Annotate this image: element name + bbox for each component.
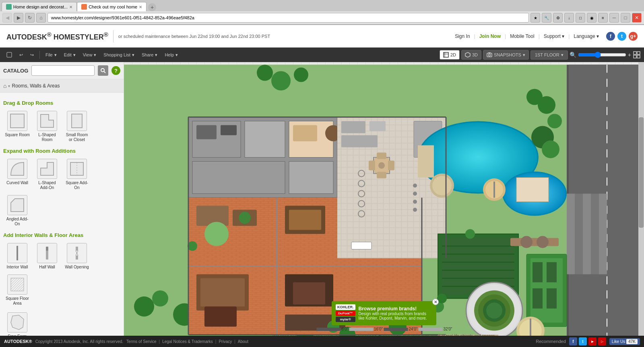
minimize-button[interactable]: ─ xyxy=(609,13,619,23)
undo-button[interactable]: ↩ xyxy=(16,51,26,59)
terms-link[interactable]: Terms of Service xyxy=(126,339,156,344)
catalog-search-input[interactable] xyxy=(31,65,95,76)
ext-icon-2[interactable]: ⚙ xyxy=(553,13,563,23)
edit-menu[interactable]: Edit ▾ xyxy=(61,51,79,59)
half-wall-item[interactable]: Half Wall xyxy=(33,241,61,271)
angled-add-item[interactable]: Angled Add-On xyxy=(3,193,31,228)
svg-line-12 xyxy=(104,71,105,73)
floor-selector[interactable]: 1ST FLOOR ▾ xyxy=(530,50,568,60)
tab-1-label: Home design and decorat... xyxy=(13,4,68,9)
menu-button[interactable]: ≡ xyxy=(598,13,608,23)
zoom-in-icon[interactable]: + xyxy=(628,52,631,58)
catalog-help-button[interactable]: ? xyxy=(111,66,120,75)
footer-yt2-icon[interactable]: ▷ xyxy=(598,337,606,345)
forward-button[interactable]: ▶ xyxy=(14,13,23,23)
shopping-list-menu[interactable]: Shopping List ▾ xyxy=(100,51,138,59)
l-shaped-room-item[interactable]: L-Shaped Room xyxy=(33,109,61,144)
view-3d-button[interactable]: 3D xyxy=(461,50,481,60)
twitter-icon[interactable]: t xyxy=(617,32,626,41)
toolbar-sep-1 xyxy=(39,51,40,59)
tab-1[interactable]: Home design and decorat... ✕ xyxy=(2,2,77,11)
bookmark-icon[interactable]: ★ xyxy=(530,13,540,23)
square-room-shape xyxy=(10,114,25,128)
address-input[interactable] xyxy=(47,13,529,23)
canvas-area[interactable]: 8'0" 16'0" 24'0" 32'0" and other feature… xyxy=(124,62,644,347)
language-link[interactable]: Language ▾ xyxy=(574,33,599,39)
home-icon: ⌂ xyxy=(3,83,6,89)
scale-seg-4 xyxy=(418,328,442,331)
footer-yt-icon[interactable]: ▶ xyxy=(588,337,597,345)
svg-point-43 xyxy=(152,291,168,307)
square-room-icon xyxy=(7,111,27,131)
square-floor-item[interactable]: Square Floor Area xyxy=(3,273,31,308)
close-button[interactable]: ✕ xyxy=(632,13,642,23)
wall-opening-item[interactable]: Wall Opening xyxy=(63,241,91,271)
maximize-button[interactable]: □ xyxy=(621,13,630,23)
privacy-link[interactable]: Privacy xyxy=(219,339,232,344)
scrollbar-thumb[interactable] xyxy=(639,117,644,228)
svg-marker-13 xyxy=(41,114,54,127)
view-2d-button[interactable]: 2D xyxy=(440,50,460,60)
ext-icon-5[interactable]: ◉ xyxy=(587,13,597,23)
new-tab-button[interactable]: + xyxy=(148,3,156,11)
help-menu[interactable]: Help ▾ xyxy=(161,51,181,59)
redo-button[interactable]: ↪ xyxy=(27,51,37,59)
like-button[interactable]: Like Us 47K xyxy=(609,338,640,345)
tab-1-close[interactable]: ✕ xyxy=(69,5,72,9)
address-bar-row: ◀ ▶ ↻ ⌂ ★ 🔧 ⚙ ↓ □ ◉ ≡ ─ □ ✕ xyxy=(0,11,644,25)
snapshots-button[interactable]: SNAPSHOTS ▾ xyxy=(483,50,529,60)
googleplus-icon[interactable]: g+ xyxy=(629,32,638,41)
expand-icon[interactable] xyxy=(633,51,641,59)
facebook-icon[interactable]: f xyxy=(606,32,615,41)
half-wall-label: Half Wall xyxy=(39,265,55,270)
about-link[interactable]: About xyxy=(238,339,248,344)
svg-rect-94 xyxy=(377,172,386,179)
svg-point-132 xyxy=(486,303,502,319)
square-room-item[interactable]: Square Room xyxy=(3,109,31,144)
svg-rect-6 xyxy=(488,52,491,53)
svg-rect-7 xyxy=(634,52,636,54)
scale-label-4: 32'0" xyxy=(443,327,452,331)
join-now-link[interactable]: Join Now xyxy=(479,33,501,39)
scale-seg-1 xyxy=(316,328,341,331)
reload-button[interactable]: ↻ xyxy=(25,13,35,23)
catalog-search-button[interactable] xyxy=(98,65,108,76)
legal-link[interactable]: Legal Notices & Trademarks xyxy=(162,339,213,344)
back-button[interactable]: ◀ xyxy=(2,13,12,23)
zoom-out-icon[interactable]: 🔍 xyxy=(570,52,576,58)
ext-icon-4[interactable]: □ xyxy=(576,13,585,23)
home-button[interactable]: ⌂ xyxy=(36,13,46,23)
toolbar: ↩ ↪ File ▾ Edit ▾ View ▾ Shopping List ▾… xyxy=(0,48,644,62)
mobile-tool-link[interactable]: Mobile Tool xyxy=(510,33,534,39)
interior-wall-item[interactable]: Interior Wall xyxy=(3,241,31,271)
l-shaped-add-label: L-Shaped Add-On xyxy=(35,181,60,190)
small-room-label: Small Room or Closet xyxy=(64,133,89,142)
svg-rect-144 xyxy=(599,194,607,274)
ad-close-button[interactable]: ✕ xyxy=(432,299,439,305)
share-menu[interactable]: Share ▾ xyxy=(138,51,161,59)
canvas-scrollbar[interactable] xyxy=(638,62,644,338)
nav-breadcrumb[interactable]: ⌂ ▾ Rooms, Walls & Areas xyxy=(0,79,124,93)
view-menu[interactable]: View ▾ xyxy=(80,51,100,59)
header-separator xyxy=(113,30,114,42)
svg-rect-19 xyxy=(46,247,48,251)
zoom-slider[interactable] xyxy=(578,51,626,59)
footer-fb-icon[interactable]: f xyxy=(569,337,577,345)
tab-2-close[interactable]: ✕ xyxy=(139,5,142,9)
support-link[interactable]: Support ▾ xyxy=(544,33,564,39)
tab-2[interactable]: Check out my cool home ✕ xyxy=(77,2,147,11)
footer-tw-icon[interactable]: t xyxy=(579,337,587,345)
curved-wall-item[interactable]: Curved Wall xyxy=(3,157,31,192)
sign-in-link[interactable]: Sign In xyxy=(455,33,470,39)
svg-rect-140 xyxy=(567,194,575,274)
svg-rect-141 xyxy=(575,194,583,274)
file-menu[interactable]: File ▾ xyxy=(42,51,60,59)
l-shaped-add-item[interactable]: L-Shaped Add-On xyxy=(33,157,61,192)
ext-icon-3[interactable]: ↓ xyxy=(564,13,574,23)
mylar-logo: mylar® xyxy=(336,317,355,322)
ext-icon-1[interactable]: 🔧 xyxy=(542,13,551,23)
svg-rect-57 xyxy=(245,121,285,158)
small-room-item[interactable]: Small Room or Closet xyxy=(63,109,91,144)
small-room-shape xyxy=(71,114,83,128)
square-add-item[interactable]: Square Add-On xyxy=(63,157,91,192)
